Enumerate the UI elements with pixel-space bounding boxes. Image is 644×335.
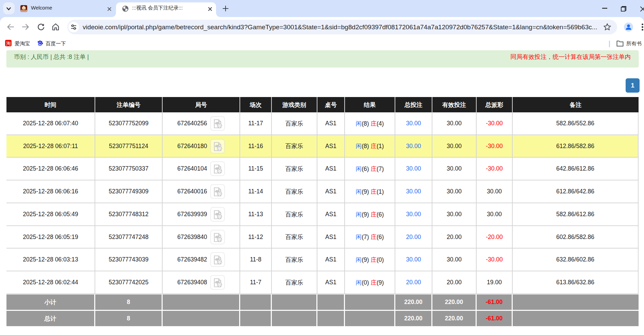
svg-text:du: du <box>38 43 41 46</box>
svg-text:淘: 淘 <box>6 41 11 46</box>
